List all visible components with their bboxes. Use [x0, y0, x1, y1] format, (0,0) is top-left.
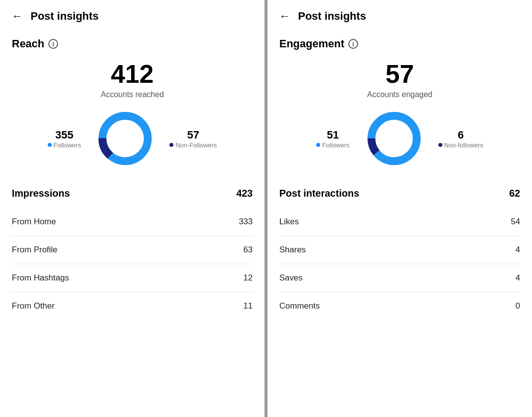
interaction-row-value: 4 [516, 245, 520, 255]
reach-section-title: Reach i [12, 37, 253, 50]
impressions-list: From Home 333 From Profile 63 From Hasht… [12, 208, 253, 320]
interactions-value: 62 [509, 188, 520, 199]
left-panel: ← Post insights Reach i 412 Accounts rea… [0, 0, 265, 417]
right-title: Post insights [298, 10, 366, 23]
impression-row-label: From Profile [12, 245, 58, 255]
impression-row-value: 63 [243, 245, 253, 255]
eng-followers-dot [316, 143, 320, 147]
reach-big-label: Accounts reached [12, 90, 253, 99]
engagement-info-icon[interactable]: i [348, 39, 358, 49]
followers-count: 355 [48, 129, 81, 141]
engagement-donut-section: 51 Followers 6 Non-followers [279, 109, 520, 168]
non-followers-label-text: Non-Followers [175, 141, 217, 149]
interaction-row-value: 0 [516, 301, 520, 311]
followers-dot [48, 143, 52, 147]
impressions-row: From Profile 63 [12, 236, 253, 264]
non-followers-dot [169, 143, 173, 147]
interaction-row-label: Shares [279, 245, 306, 255]
engagement-label: Engagement [279, 37, 344, 50]
impressions-row: From Home 333 [12, 208, 253, 236]
impression-row-label: From Other [12, 301, 55, 311]
interaction-row-label: Saves [279, 273, 302, 283]
interactions-row: Likes 54 [279, 208, 520, 236]
eng-non-followers-dot [438, 143, 442, 147]
impressions-value: 423 [236, 188, 253, 199]
interaction-row-label: Likes [279, 217, 299, 227]
engagement-metric: 57 Accounts engaged [279, 60, 520, 99]
eng-followers-label: Followers [316, 141, 350, 149]
interactions-list: Likes 54 Shares 4 Saves 4 Comments 0 [279, 208, 520, 320]
left-title: Post insights [31, 10, 99, 23]
reach-metric: 412 Accounts reached [12, 60, 253, 99]
interaction-row-value: 54 [511, 217, 520, 227]
right-back-arrow[interactable]: ← [279, 10, 290, 23]
eng-non-followers-label-text: Non-followers [444, 141, 483, 149]
non-followers-label: Non-Followers [169, 141, 217, 149]
eng-followers-label-text: Followers [322, 141, 350, 149]
impression-row-value: 12 [243, 273, 253, 283]
impression-row-label: From Hashtags [12, 273, 69, 283]
engagement-donut [365, 109, 424, 168]
left-header: ← Post insights [12, 10, 253, 23]
interactions-row: Comments 0 [279, 292, 520, 320]
interactions-row: Shares 4 [279, 236, 520, 264]
impression-row-value: 333 [239, 217, 253, 227]
interaction-row-label: Comments [279, 301, 320, 311]
followers-label-text: Followers [54, 141, 81, 149]
eng-non-followers-legend: 6 Non-followers [438, 129, 483, 149]
reach-big-number: 412 [12, 60, 253, 88]
followers-legend: 355 Followers [48, 129, 81, 149]
engagement-section-title: Engagement i [279, 37, 520, 50]
eng-followers-legend: 51 Followers [316, 129, 350, 149]
impressions-label: Impressions [12, 188, 70, 199]
non-followers-legend: 57 Non-Followers [169, 129, 217, 149]
eng-non-followers-count: 6 [438, 129, 483, 141]
reach-label: Reach [12, 37, 44, 50]
right-header: ← Post insights [279, 10, 520, 23]
reach-donut [96, 109, 155, 168]
eng-non-followers-label: Non-followers [438, 141, 483, 149]
interactions-header: Post interactions 62 [279, 183, 520, 208]
svg-point-3 [371, 116, 417, 161]
engagement-big-number: 57 [279, 60, 520, 88]
impression-row-value: 11 [243, 301, 253, 311]
non-followers-count: 57 [169, 129, 217, 141]
interactions-label: Post interactions [279, 188, 359, 199]
impressions-header: Impressions 423 [12, 183, 253, 208]
right-panel: ← Post insights Engagement i 57 Accounts… [267, 0, 532, 417]
eng-followers-count: 51 [316, 129, 350, 141]
impressions-row: From Hashtags 12 [12, 264, 253, 292]
reach-info-icon[interactable]: i [48, 39, 58, 49]
followers-label: Followers [48, 141, 81, 149]
impressions-row: From Other 11 [12, 292, 253, 320]
engagement-big-label: Accounts engaged [279, 90, 520, 99]
interactions-row: Saves 4 [279, 264, 520, 292]
interaction-row-value: 4 [516, 273, 520, 283]
impression-row-label: From Home [12, 217, 56, 227]
left-back-arrow[interactable]: ← [12, 10, 23, 23]
reach-donut-section: 355 Followers 57 Non-Followers [12, 109, 253, 168]
